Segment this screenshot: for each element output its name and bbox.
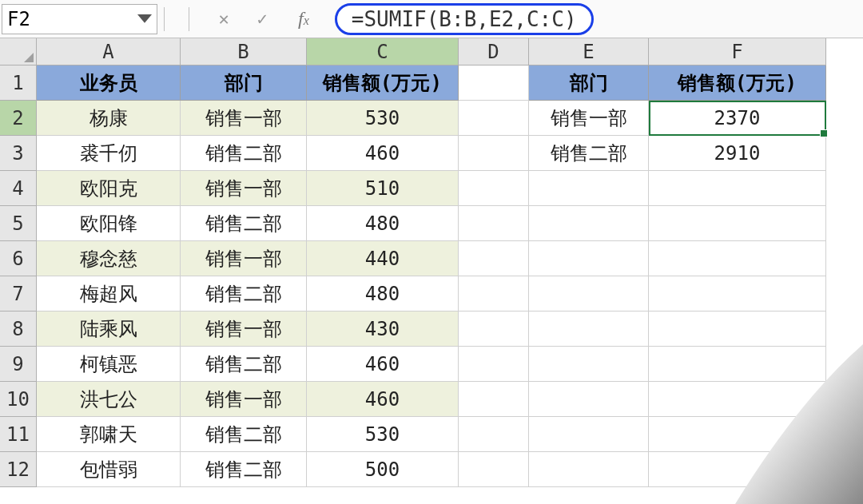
cell-E11[interactable]: [529, 417, 649, 452]
cancel-icon[interactable]: ✕: [213, 9, 234, 30]
cell-D7[interactable]: [459, 276, 529, 312]
cell-B12[interactable]: 销售二部: [181, 452, 307, 487]
cell-B8[interactable]: 销售一部: [181, 312, 307, 347]
col-header-C[interactable]: C: [307, 38, 459, 65]
row-header-3[interactable]: 3: [0, 136, 37, 171]
cell-A11[interactable]: 郭啸天: [37, 417, 181, 452]
cell-C7[interactable]: 480: [307, 276, 459, 312]
cell-F1[interactable]: 销售额(万元): [649, 65, 826, 101]
cell-A10[interactable]: 洪七公: [37, 382, 181, 417]
cell-A12[interactable]: 包惜弱: [37, 452, 181, 487]
cell-F5[interactable]: [649, 206, 826, 241]
col-header-A[interactable]: A: [37, 38, 181, 65]
cell-D5[interactable]: [459, 206, 529, 241]
cell-A1[interactable]: 业务员: [37, 65, 181, 101]
cell-C10[interactable]: 460: [307, 382, 459, 417]
cell-C6[interactable]: 440: [307, 241, 459, 276]
cell-D12[interactable]: [459, 452, 529, 487]
cell-A2[interactable]: 杨康: [37, 101, 181, 136]
cell-B10[interactable]: 销售一部: [181, 382, 307, 417]
cell-C5[interactable]: 480: [307, 206, 459, 241]
cell-C1[interactable]: 销售额(万元): [307, 65, 459, 101]
cell-A3[interactable]: 裘千仞: [37, 136, 181, 171]
select-all-corner[interactable]: [0, 38, 37, 65]
cell-D3[interactable]: [459, 136, 529, 171]
cell-B7[interactable]: 销售二部: [181, 276, 307, 312]
cell-A8[interactable]: 陆乘风: [37, 312, 181, 347]
row-header-5[interactable]: 5: [0, 206, 37, 241]
cell-E8[interactable]: [529, 312, 649, 347]
cell-F3[interactable]: 2910: [649, 136, 826, 171]
cell-E9[interactable]: [529, 347, 649, 382]
cell-F12[interactable]: [649, 452, 826, 487]
cell-B9[interactable]: 销售二部: [181, 347, 307, 382]
row-header-4[interactable]: 4: [0, 171, 37, 206]
cell-D10[interactable]: [459, 382, 529, 417]
cell-D1[interactable]: [459, 65, 529, 101]
cell-E7[interactable]: [529, 276, 649, 312]
cell-E5[interactable]: [529, 206, 649, 241]
cell-A7[interactable]: 梅超风: [37, 276, 181, 312]
cell-C8[interactable]: 430: [307, 312, 459, 347]
cell-E3[interactable]: 销售二部: [529, 136, 649, 171]
row-header-2[interactable]: 2: [0, 101, 37, 136]
cell-E6[interactable]: [529, 241, 649, 276]
row-header-10[interactable]: 10: [0, 382, 37, 417]
grid: A B C D E F 1 业务员 部门 销售额(万元) 部门 销售额(万元) …: [0, 38, 863, 487]
cell-B5[interactable]: 销售二部: [181, 206, 307, 241]
cell-B6[interactable]: 销售一部: [181, 241, 307, 276]
col-header-B[interactable]: B: [181, 38, 307, 65]
cell-A4[interactable]: 欧阳克: [37, 171, 181, 206]
row-header-12[interactable]: 12: [0, 452, 37, 487]
cell-A5[interactable]: 欧阳锋: [37, 206, 181, 241]
cell-B4[interactable]: 销售一部: [181, 171, 307, 206]
formula-input[interactable]: =SUMIF(B:B,E2,C:C): [335, 3, 594, 35]
cell-D6[interactable]: [459, 241, 529, 276]
cell-D11[interactable]: [459, 417, 529, 452]
row-header-6[interactable]: 6: [0, 241, 37, 276]
cell-F8[interactable]: [649, 312, 826, 347]
cell-E12[interactable]: [529, 452, 649, 487]
cell-F2[interactable]: 2370: [649, 101, 826, 136]
formula-bar-icons: ✕ ✓ fx: [171, 7, 328, 31]
cell-B1[interactable]: 部门: [181, 65, 307, 101]
cell-A9[interactable]: 柯镇恶: [37, 347, 181, 382]
cell-E2[interactable]: 销售一部: [529, 101, 649, 136]
row-header-8[interactable]: 8: [0, 312, 37, 347]
cell-C2[interactable]: 530: [307, 101, 459, 136]
cell-E10[interactable]: [529, 382, 649, 417]
cell-B3[interactable]: 销售二部: [181, 136, 307, 171]
cell-D4[interactable]: [459, 171, 529, 206]
cell-B11[interactable]: 销售二部: [181, 417, 307, 452]
cell-C9[interactable]: 460: [307, 347, 459, 382]
row-header-1[interactable]: 1: [0, 65, 37, 101]
row-header-9[interactable]: 9: [0, 347, 37, 382]
cell-F10[interactable]: [649, 382, 826, 417]
cell-A6[interactable]: 穆念慈: [37, 241, 181, 276]
cell-F6[interactable]: [649, 241, 826, 276]
cell-D9[interactable]: [459, 347, 529, 382]
row-header-11[interactable]: 11: [0, 417, 37, 452]
cell-F9[interactable]: [649, 347, 826, 382]
col-header-D[interactable]: D: [459, 38, 529, 65]
cell-C3[interactable]: 460: [307, 136, 459, 171]
cell-C11[interactable]: 530: [307, 417, 459, 452]
cell-F7[interactable]: [649, 276, 826, 312]
cell-D8[interactable]: [459, 312, 529, 347]
cell-D2[interactable]: [459, 101, 529, 136]
check-icon[interactable]: ✓: [252, 9, 272, 30]
cell-C4[interactable]: 510: [307, 171, 459, 206]
col-header-E[interactable]: E: [529, 38, 649, 65]
cell-F4[interactable]: [649, 171, 826, 206]
chevron-down-icon[interactable]: [137, 12, 152, 26]
cell-E1[interactable]: 部门: [529, 65, 649, 101]
fx-icon[interactable]: fx: [290, 8, 317, 30]
divider: [189, 7, 189, 31]
cell-E4[interactable]: [529, 171, 649, 206]
cell-C12[interactable]: 500: [307, 452, 459, 487]
cell-B2[interactable]: 销售一部: [181, 101, 307, 136]
col-header-F[interactable]: F: [649, 38, 826, 65]
cell-F11[interactable]: [649, 417, 826, 452]
name-box[interactable]: F2: [2, 4, 157, 34]
row-header-7[interactable]: 7: [0, 276, 37, 312]
